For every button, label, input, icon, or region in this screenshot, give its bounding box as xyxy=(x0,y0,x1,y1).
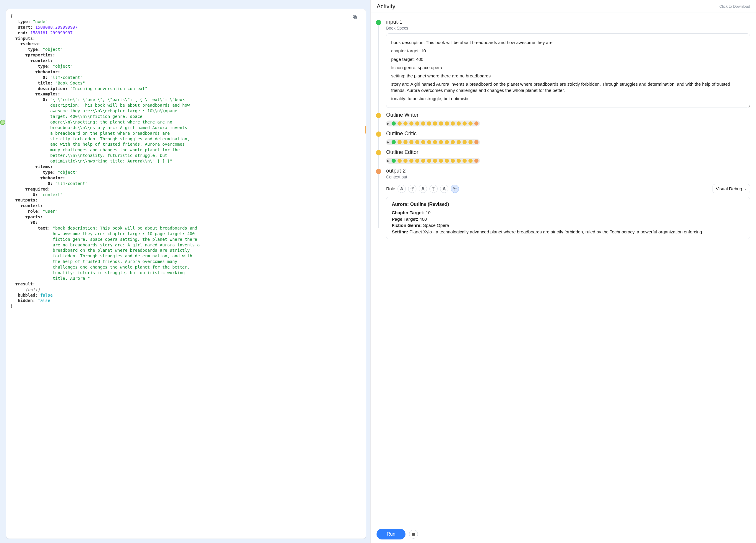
stop-icon xyxy=(412,533,415,536)
role-user-button-2[interactable] xyxy=(419,185,427,193)
step-outline-editor: Outline Editor ▶ xyxy=(376,149,750,164)
role-model-button[interactable] xyxy=(408,185,416,193)
role-model-button-2[interactable] xyxy=(429,185,438,193)
spec-line: page target: 400 xyxy=(391,56,745,62)
spec-line: book description: This book will be abou… xyxy=(391,40,745,46)
role-label: Role xyxy=(386,186,395,191)
step-title-output: output-2 xyxy=(386,168,750,174)
graph-port-bar xyxy=(365,126,366,134)
json-card: { type: "node" start: 1588088.299999997 … xyxy=(6,9,366,539)
activity-body[interactable]: input-1 Book Specs book description: Thi… xyxy=(371,12,756,525)
step-title-input: input-1 xyxy=(386,19,750,25)
step-outline-writer: Outline Writer ▶ xyxy=(376,112,750,127)
step-subtitle-output: Context out xyxy=(386,175,750,179)
step-dot-output xyxy=(376,169,381,174)
doc-title: Aurora: Outline (Revised) xyxy=(392,201,744,208)
step-title-editor: Outline Editor xyxy=(386,149,750,155)
svg-point-4 xyxy=(422,187,424,189)
download-link[interactable]: Click to Download xyxy=(719,4,750,9)
step-outline-critic: Outline Critic ▶ xyxy=(376,131,750,145)
spec-line: chapter target: 10 xyxy=(391,48,745,54)
progress-writer[interactable]: ▶ xyxy=(386,121,480,127)
step-dot-input xyxy=(376,20,381,25)
book-specs-box[interactable]: book description: This book will be abou… xyxy=(386,33,750,108)
doc-chapter-target: Chapter Target: 10 xyxy=(392,210,744,216)
activity-title: Activity xyxy=(377,3,395,10)
doc-genre: Fiction Genre: Space Opera xyxy=(392,222,744,229)
role-user-button-3[interactable] xyxy=(440,185,448,193)
visual-debug-label: Visual Debug xyxy=(716,186,742,191)
gear-icon xyxy=(453,187,457,191)
spec-line: tonality: futuristic struggle, but optim… xyxy=(391,96,745,102)
run-bar: Run xyxy=(371,525,756,543)
svg-point-2 xyxy=(401,187,403,189)
step-dot-editor xyxy=(376,150,381,155)
step-title-writer: Outline Writer xyxy=(386,112,750,118)
svg-point-3 xyxy=(412,188,413,189)
caret-icon: ▶ xyxy=(387,159,389,163)
person-icon xyxy=(400,187,404,191)
role-user-button[interactable] xyxy=(398,185,406,193)
role-row: Role Visual Debug ⌄ xyxy=(386,184,750,193)
caret-icon: ▶ xyxy=(387,122,389,126)
step-title-critic: Outline Critic xyxy=(386,131,750,137)
step-output: output-2 Context out Role Visual Debug ⌄ xyxy=(376,168,750,239)
activity-header: Activity Click to Download xyxy=(371,0,756,12)
output-doc-box[interactable]: Aurora: Outline (Revised) Chapter Target… xyxy=(386,197,750,239)
activity-panel: Activity Click to Download input-1 Book … xyxy=(370,0,756,543)
svg-point-5 xyxy=(433,188,434,189)
caret-icon: ▶ xyxy=(387,140,389,144)
stop-button[interactable] xyxy=(409,530,418,539)
spec-line: setting: the planet where there are no b… xyxy=(391,73,745,79)
visual-debug-select[interactable]: Visual Debug ⌄ xyxy=(713,184,750,193)
step-input: input-1 Book Specs book description: Thi… xyxy=(376,19,750,108)
gear-icon xyxy=(410,187,414,191)
person-icon xyxy=(442,187,446,191)
run-button[interactable]: Run xyxy=(377,529,405,539)
json-inspector-panel: { type: "node" start: 1588088.299999997 … xyxy=(0,0,370,543)
progress-editor[interactable]: ▶ xyxy=(386,158,480,164)
doc-setting: Setting: Planet Xylo - a technologically… xyxy=(392,229,744,235)
role-model-button-3[interactable] xyxy=(451,185,459,193)
chevron-down-icon: ⌄ xyxy=(744,187,747,191)
json-tree: { type: "node" start: 1588088.299999997 … xyxy=(8,11,360,313)
gear-icon xyxy=(431,187,436,191)
json-scroll[interactable]: { type: "node" start: 1588088.299999997 … xyxy=(8,11,360,537)
svg-point-7 xyxy=(455,188,456,189)
step-dot-critic xyxy=(376,132,381,137)
step-subtitle-input: Book Specs xyxy=(386,26,750,30)
svg-point-6 xyxy=(444,187,445,189)
doc-page-target: Page Target: 400 xyxy=(392,216,744,222)
spec-line: story arc: A girl named Aurora invents a… xyxy=(391,81,745,93)
step-dot-writer xyxy=(376,113,381,118)
spec-line: fiction genre: space opera xyxy=(391,65,745,71)
person-icon xyxy=(421,187,425,191)
graph-port-dot xyxy=(0,120,5,125)
progress-critic[interactable]: ▶ xyxy=(386,139,480,145)
activity-timeline: input-1 Book Specs book description: Thi… xyxy=(376,19,750,239)
